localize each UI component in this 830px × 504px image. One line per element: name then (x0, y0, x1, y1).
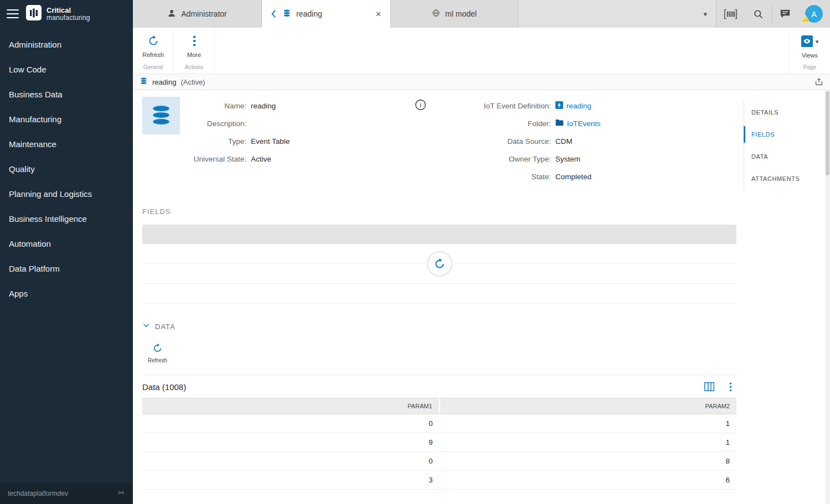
sidebar-item-low-code[interactable]: Low Code (0, 57, 133, 82)
info-icon[interactable]: i (415, 99, 426, 112)
field-value-name: reading (251, 102, 276, 110)
field-label: Description: (189, 119, 251, 128)
logo-icon (25, 4, 42, 23)
table-cell: 9 (142, 433, 440, 451)
sidebar-item-manufacturing[interactable]: Manufacturing (0, 107, 133, 132)
tab-ml-model[interactable]: ml model (391, 0, 518, 28)
refresh-button[interactable]: Refresh (133, 28, 173, 63)
kebab-menu-icon (193, 35, 196, 48)
table-more-kebab-icon[interactable] (729, 382, 732, 392)
ribbon-group-label: Page (790, 63, 830, 74)
tab-overflow-chevron-icon[interactable]: ▾ (703, 10, 707, 18)
database-icon (282, 9, 291, 19)
data-refresh-label: Refresh (148, 357, 167, 363)
table-row[interactable]: 9 1 (142, 433, 736, 452)
column-header-param2[interactable]: PARAM2 (440, 398, 737, 414)
table-row[interactable]: 3 6 (142, 471, 736, 490)
table-cell: 1 (440, 414, 737, 433)
sidebar-item-quality[interactable]: Quality (0, 157, 133, 181)
sidebar-item-business-intelligence[interactable]: Business Intelligence (0, 206, 133, 231)
field-value-data-source: CDM (555, 137, 573, 146)
entity-type-icon (142, 97, 180, 134)
detail-row-data-source: Data Source: CDM (455, 132, 738, 150)
fields-section: FIELDS (142, 207, 736, 304)
sidebar-item-business-data[interactable]: Business Data (0, 82, 133, 107)
back-icon[interactable] (270, 9, 277, 18)
details-right-column: IoT Event Definition: reading Folder: (455, 97, 738, 188)
ribbon-group-label: General (133, 63, 173, 74)
table-row[interactable]: 0 1 (142, 414, 736, 433)
table-cell: 0 (142, 452, 440, 470)
data-section-header[interactable]: DATA (142, 321, 736, 331)
field-label: Data Source: (455, 137, 555, 146)
refresh-icon (148, 35, 159, 48)
app-logo: Critical manufacturing (25, 4, 90, 23)
vertical-scrollbar[interactable] (825, 90, 830, 504)
loading-placeholder-rows (142, 244, 736, 304)
chat-icon[interactable] (772, 0, 798, 28)
field-value-type: Event Table (251, 137, 290, 146)
folder-link[interactable]: IoTEvents (567, 119, 601, 128)
user-icon (167, 9, 176, 19)
sidebar-item-automation[interactable]: Automation (0, 231, 133, 256)
sidebar-item-data-platform[interactable]: Data Platform (0, 256, 133, 281)
table-header-row: PARAM1 PARAM2 (142, 398, 736, 414)
sidebar-item-planning-and-logistics[interactable]: Planning and Logistics (0, 181, 133, 206)
field-label: Universal State: (189, 155, 251, 163)
main-area: Administrator reading ✕ ml model ▾ (133, 0, 830, 504)
field-label: Type: (189, 137, 251, 146)
field-label: Folder: (455, 119, 555, 128)
entity-title: reading (152, 78, 176, 86)
close-tab-icon[interactable]: ✕ (373, 9, 384, 19)
ribbon-group-label: Actions (174, 63, 214, 74)
sidebar-item-administration[interactable]: Administration (0, 32, 133, 57)
field-label: Name: (189, 102, 251, 110)
anchor-item-data[interactable]: DATA (744, 146, 826, 168)
logo-text: Critical manufacturing (47, 7, 90, 21)
views-button[interactable]: ▾ Views (790, 28, 830, 63)
entity-state: (Active) (181, 78, 205, 86)
tab-strip-spacer: ▾ (518, 0, 716, 28)
broadcast-icon[interactable] (117, 489, 125, 498)
table-cell: 1 (440, 433, 737, 451)
tab-reading[interactable]: reading ✕ (262, 0, 391, 28)
data-table-title: Data (1008) (142, 382, 186, 392)
scan-barcode-icon[interactable] (716, 0, 744, 28)
more-button[interactable]: More (174, 28, 214, 63)
scrollbar-thumb[interactable] (826, 91, 829, 175)
views-eye-icon (801, 35, 813, 49)
ribbon-group-page: ▾ Views Page (789, 28, 830, 74)
warning-icon[interactable] (801, 15, 810, 25)
anchor-item-fields[interactable]: FIELDS (744, 123, 826, 146)
fields-section-title: FIELDS (142, 207, 736, 216)
column-header-param1[interactable]: PARAM1 (142, 398, 440, 414)
search-icon[interactable] (744, 0, 772, 28)
table-row[interactable]: 0 8 (142, 452, 736, 471)
field-value-universal-state: Active (251, 155, 271, 163)
ribbon-group-actions: More Actions (174, 28, 215, 74)
details-panel: Name: reading Description: Type: Event T… (142, 90, 744, 188)
sidebar-item-maintenance[interactable]: Maintenance (0, 132, 133, 157)
views-label: Views (802, 52, 818, 59)
promote-window-icon[interactable] (814, 77, 823, 86)
field-label: Owner Type: (455, 155, 555, 163)
chevron-down-icon (142, 321, 150, 331)
top-right-toolbar: A (716, 0, 830, 28)
data-refresh-button[interactable]: Refresh (142, 341, 173, 366)
tab-administrator[interactable]: Administrator (133, 0, 262, 28)
column-options-icon[interactable] (704, 382, 715, 392)
anchor-item-details[interactable]: DETAILS (744, 101, 826, 123)
tab-label: Administrator (181, 9, 226, 18)
iot-event-definition-link[interactable]: reading (566, 102, 591, 110)
field-value-state: Completed (555, 173, 591, 181)
anchor-item-attachments[interactable]: ATTACHMENTS (744, 168, 826, 190)
data-section-title: DATA (155, 323, 176, 331)
logo-text-light: manufacturing (47, 14, 90, 22)
data-section: DATA Refresh Data (1008) (142, 321, 736, 490)
table-cell: 3 (142, 471, 440, 489)
sidebar: Critical manufacturing Administration Lo… (0, 0, 133, 504)
anchor-nav: DETAILS FIELDS DATA ATTACHMENTS (744, 101, 826, 190)
sidebar-item-apps[interactable]: Apps (0, 281, 133, 306)
app-root: Critical manufacturing Administration Lo… (0, 0, 830, 504)
menu-toggle-icon[interactable] (7, 9, 19, 18)
